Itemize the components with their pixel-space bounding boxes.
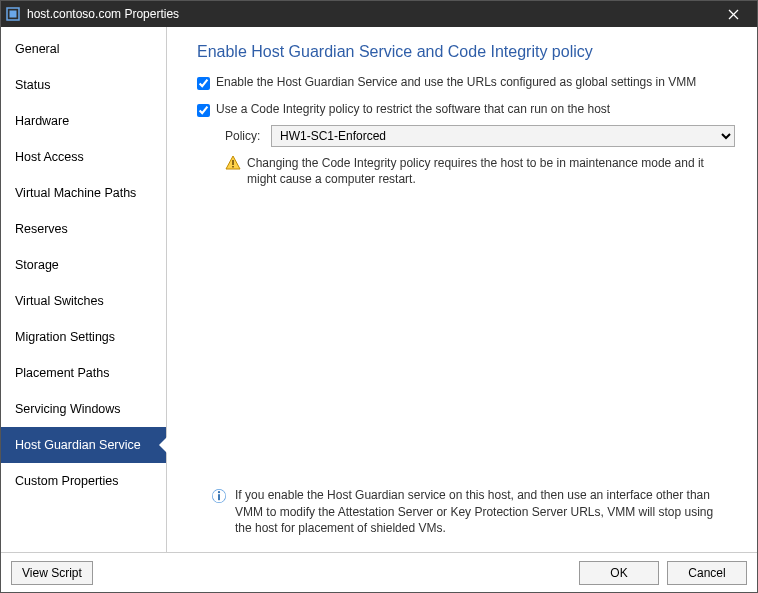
sidebar-item-virtual-switches[interactable]: Virtual Switches	[1, 283, 166, 319]
svg-rect-6	[232, 166, 233, 168]
view-script-button[interactable]: View Script	[11, 561, 93, 585]
warning-text: Changing the Code Integrity policy requi…	[247, 155, 735, 187]
sidebar-item-vm-paths[interactable]: Virtual Machine Paths	[1, 175, 166, 211]
svg-point-9	[218, 492, 220, 494]
dialog-body: General Status Hardware Host Access Virt…	[1, 27, 757, 552]
info-row: If you enable the Host Guardian service …	[197, 487, 735, 536]
svg-rect-1	[10, 11, 17, 18]
sidebar: General Status Hardware Host Access Virt…	[1, 27, 167, 552]
sidebar-item-general[interactable]: General	[1, 31, 166, 67]
svg-rect-5	[232, 160, 233, 165]
app-icon	[5, 6, 21, 22]
content-panel: Enable Host Guardian Service and Code In…	[167, 27, 757, 552]
footer: View Script OK Cancel	[1, 552, 757, 592]
page-heading: Enable Host Guardian Service and Code In…	[197, 43, 735, 61]
use-ci-label: Use a Code Integrity policy to restrict …	[216, 102, 610, 116]
properties-dialog: host.contoso.com Properties General Stat…	[0, 0, 758, 593]
info-icon	[211, 488, 227, 504]
warning-icon	[225, 155, 241, 171]
policy-row: Policy: HW1-SC1-Enforced	[225, 125, 735, 147]
titlebar: host.contoso.com Properties	[1, 1, 757, 27]
policy-select[interactable]: HW1-SC1-Enforced	[271, 125, 735, 147]
sidebar-item-hardware[interactable]: Hardware	[1, 103, 166, 139]
sidebar-item-placement-paths[interactable]: Placement Paths	[1, 355, 166, 391]
policy-label: Policy:	[225, 129, 271, 143]
sidebar-item-reserves[interactable]: Reserves	[1, 211, 166, 247]
enable-hgs-checkbox[interactable]	[197, 77, 210, 90]
sidebar-item-custom-properties[interactable]: Custom Properties	[1, 463, 166, 499]
svg-rect-10	[218, 495, 220, 501]
warning-row: Changing the Code Integrity policy requi…	[225, 155, 735, 187]
use-ci-row[interactable]: Use a Code Integrity policy to restrict …	[197, 102, 735, 117]
info-text: If you enable the Host Guardian service …	[235, 487, 731, 536]
use-ci-checkbox[interactable]	[197, 104, 210, 117]
cancel-button[interactable]: Cancel	[667, 561, 747, 585]
ok-button[interactable]: OK	[579, 561, 659, 585]
sidebar-item-storage[interactable]: Storage	[1, 247, 166, 283]
window-title: host.contoso.com Properties	[27, 7, 713, 21]
sidebar-item-servicing-windows[interactable]: Servicing Windows	[1, 391, 166, 427]
close-button[interactable]	[713, 1, 753, 27]
sidebar-item-migration-settings[interactable]: Migration Settings	[1, 319, 166, 355]
sidebar-item-status[interactable]: Status	[1, 67, 166, 103]
sidebar-item-host-guardian-service[interactable]: Host Guardian Service	[1, 427, 166, 463]
sidebar-item-host-access[interactable]: Host Access	[1, 139, 166, 175]
enable-hgs-label: Enable the Host Guardian Service and use…	[216, 75, 696, 89]
enable-hgs-row[interactable]: Enable the Host Guardian Service and use…	[197, 75, 735, 90]
